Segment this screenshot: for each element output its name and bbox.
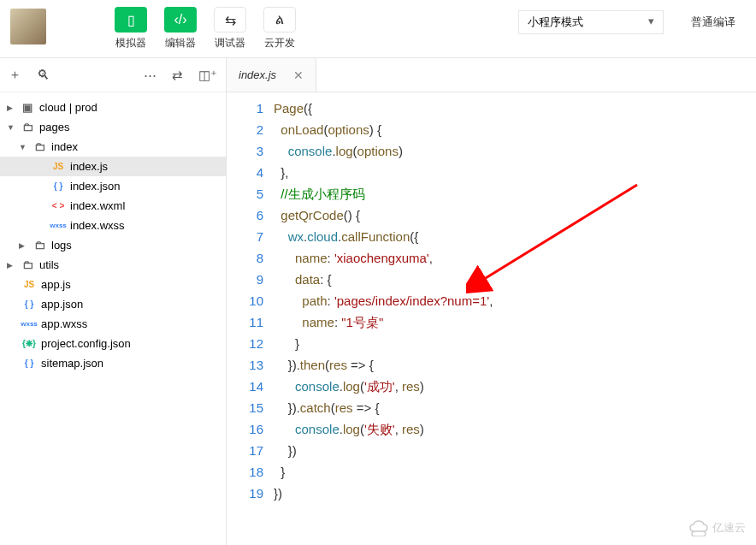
folder-utils[interactable]: ▶🗀utils (0, 255, 226, 275)
file-index-wxml[interactable]: < >index.wxml (0, 196, 226, 216)
cloud-dev-button[interactable]: ል 云开发 (263, 7, 296, 50)
tree-label: pages (39, 121, 69, 133)
folder-index[interactable]: ▼🗀index (0, 137, 226, 157)
tree-label: index.json (70, 180, 121, 193)
top-right: 小程序模式 普通编译 (518, 7, 746, 34)
simulator-button[interactable]: ▯ 模拟器 (115, 7, 147, 50)
wxss-icon: wxss (19, 320, 39, 328)
file-index-js[interactable]: JSindex.js (0, 157, 226, 176)
tree-label: index.wxml (70, 199, 125, 212)
cloud-logo-icon (688, 519, 709, 536)
file-tree: ▶▣cloud | prod ▼🗀pages ▼🗀index JSindex.j… (0, 92, 226, 545)
folder-logs[interactable]: ▶🗀logs (0, 235, 226, 255)
editor-pane: index.js ✕ 12345678910111213141516171819… (227, 58, 756, 545)
wxss-icon: wxss (48, 222, 68, 229)
close-icon[interactable]: ✕ (293, 68, 304, 82)
top-toolbar: ▯ 模拟器 ‹/› 编辑器 ⇆ 调试器 ል 云开发 小程序模式 普通编译 (0, 0, 756, 58)
json-icon: { } (19, 358, 39, 368)
cloud-dev-label: 云开发 (264, 36, 295, 50)
more-icon[interactable]: ⋯ (144, 68, 157, 83)
tool-group: ▯ 模拟器 ‹/› 编辑器 ⇆ 调试器 ል 云开发 (115, 7, 296, 50)
tree-label: index (51, 140, 78, 153)
tree-label: sitemap.json (41, 357, 103, 370)
debugger-button[interactable]: ⇆ 调试器 (214, 7, 246, 50)
tab-index-js[interactable]: index.js ✕ (227, 58, 316, 92)
tree-label: cloud | prod (39, 101, 97, 114)
compile-button[interactable]: 普通编译 (681, 11, 746, 33)
js-icon: JS (19, 280, 39, 289)
wxml-icon: < > (48, 201, 68, 210)
collapse-icon[interactable]: ⇄ (172, 68, 183, 83)
sidebar-tools: ＋ 🔍︎ ⋯ ⇄ ◫⁺ (0, 58, 226, 92)
js-icon: JS (48, 162, 68, 171)
tab-bar: index.js ✕ (227, 58, 756, 92)
json-icon: { } (48, 181, 68, 191)
file-sitemap[interactable]: { }sitemap.json (0, 353, 226, 373)
tree-label: index.wxss (70, 219, 125, 232)
simulator-icon: ▯ (115, 7, 147, 33)
config-icon: {❋} (19, 339, 39, 348)
search-icon[interactable]: 🔍︎ (37, 68, 50, 82)
debugger-icon: ⇆ (214, 7, 246, 33)
file-app-json[interactable]: { }app.json (0, 294, 226, 314)
simulator-label: 模拟器 (115, 36, 146, 50)
code-content[interactable]: Page({ onLoad(options) { console.log(opt… (274, 98, 756, 545)
folder-icon: 🗀 (29, 239, 50, 252)
folder-icon: 🗀 (29, 140, 50, 153)
file-index-json[interactable]: { }index.json (0, 176, 226, 196)
editor-button[interactable]: ‹/› 编辑器 (164, 7, 197, 50)
avatar[interactable] (10, 9, 46, 44)
tree-label: project.config.json (41, 337, 131, 350)
folder-pages[interactable]: ▼🗀pages (0, 117, 226, 137)
file-app-wxss[interactable]: wxssapp.wxss (0, 314, 226, 334)
cloud-icon: ል (263, 7, 296, 33)
folder-icon: 🗀 (17, 258, 38, 271)
watermark-text: 亿速云 (712, 520, 746, 536)
file-project-config[interactable]: {❋}project.config.json (0, 334, 226, 353)
mode-select[interactable]: 小程序模式 (518, 10, 664, 34)
tree-label: utils (39, 258, 59, 271)
editor-label: 编辑器 (165, 36, 196, 50)
tree-label: app.json (41, 298, 83, 311)
tree-label: index.js (70, 160, 108, 173)
tree-label: app.wxss (41, 317, 87, 330)
editor-icon: ‹/› (164, 7, 197, 33)
main: ＋ 🔍︎ ⋯ ⇄ ◫⁺ ▶▣cloud | prod ▼🗀pages ▼🗀ind… (0, 58, 756, 545)
debugger-label: 调试器 (215, 36, 245, 50)
split-icon[interactable]: ◫⁺ (198, 68, 217, 83)
json-icon: { } (19, 299, 39, 309)
file-index-wxss[interactable]: wxssindex.wxss (0, 216, 226, 235)
folder-icon: 🗀 (17, 121, 38, 133)
add-icon[interactable]: ＋ (9, 67, 21, 83)
tree-label: logs (51, 239, 72, 252)
folder-cloud[interactable]: ▶▣cloud | prod (0, 98, 226, 117)
tree-label: app.js (41, 278, 71, 291)
watermark: 亿速云 (688, 519, 746, 536)
cloud-folder-icon: ▣ (17, 101, 38, 114)
file-app-js[interactable]: JSapp.js (0, 275, 226, 294)
gutter: 12345678910111213141516171819 (227, 98, 274, 545)
code-area[interactable]: 12345678910111213141516171819 Page({ onL… (227, 92, 756, 545)
tab-label: index.js (239, 68, 276, 81)
sidebar: ＋ 🔍︎ ⋯ ⇄ ◫⁺ ▶▣cloud | prod ▼🗀pages ▼🗀ind… (0, 58, 227, 545)
